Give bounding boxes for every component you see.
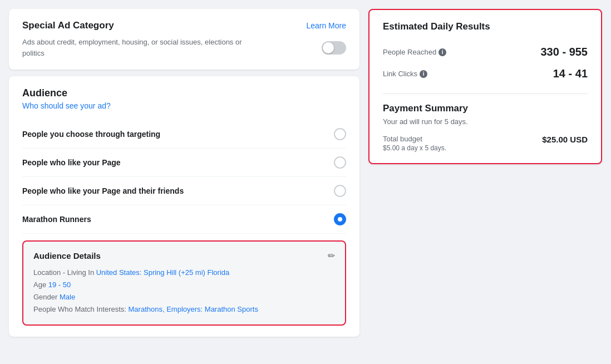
audience-detail-gender: Gender Male — [33, 291, 335, 303]
audience-option-0[interactable]: People you choose through targeting — [22, 120, 346, 149]
people-reached-row: People Reached i 330 - 955 — [383, 41, 588, 63]
audience-detail-location: Location - Living In United States: Spri… — [33, 267, 335, 279]
location-prefix: Location - Living In — [33, 268, 96, 277]
audience-details-title: Audience Details — [33, 251, 101, 260]
payment-breakdown: $5.00 a day x 5 days. — [383, 144, 446, 152]
audience-radio-1[interactable] — [334, 156, 346, 169]
people-reached-value: 330 - 955 — [540, 46, 588, 58]
age-prefix: Age — [33, 281, 48, 289]
total-budget-label: Total budget — [383, 135, 446, 143]
link-clicks-value: 14 - 41 — [553, 67, 588, 80]
special-ad-card: Special Ad Category Learn More Ads about… — [9, 9, 359, 70]
special-ad-toggle[interactable] — [322, 41, 346, 55]
audience-option-3-label: Marathon Runners — [22, 215, 91, 224]
right-panel: Estimated Daily Results People Reached i… — [368, 9, 602, 355]
people-reached-info-icon[interactable]: i — [438, 48, 446, 56]
left-panel: Special Ad Category Learn More Ads about… — [9, 9, 359, 355]
audience-subtitle: Who should see your ad? — [22, 101, 346, 110]
audience-detail-age: Age 19 - 50 — [33, 279, 335, 291]
audience-option-1[interactable]: People who like your Page — [22, 149, 346, 177]
edit-icon[interactable]: ✏ — [328, 250, 335, 261]
interests-prefix: People Who Match Interests: — [33, 305, 129, 313]
estimated-results-title: Estimated Daily Results — [383, 21, 588, 32]
estimated-results-card: Estimated Daily Results People Reached i… — [368, 9, 602, 164]
audience-option-1-label: People who like your Page — [22, 158, 121, 167]
special-ad-description: Ads about credit, employment, housing, o… — [22, 37, 256, 58]
audience-title: Audience — [22, 87, 346, 99]
gender-prefix: Gender — [33, 293, 60, 301]
divider — [383, 94, 588, 94]
link-clicks-info-icon[interactable]: i — [420, 70, 427, 78]
location-link: United States: Spring Hill (+25 mi) Flor… — [96, 268, 230, 277]
link-clicks-row: Link Clicks i 14 - 41 — [383, 63, 588, 85]
audience-option-0-label: People you choose through targeting — [22, 130, 160, 139]
special-ad-row: Ads about credit, employment, housing, o… — [22, 37, 346, 58]
link-clicks-label: Link Clicks i — [383, 70, 427, 78]
audience-radio-0[interactable] — [334, 128, 346, 140]
total-budget-value: $25.00 USD — [542, 135, 588, 144]
audience-option-3[interactable]: Marathon Runners — [22, 205, 346, 234]
toggle-slider — [322, 41, 346, 55]
special-ad-header: Special Ad Category Learn More — [22, 20, 346, 31]
audience-details-box: Audience Details ✏ Location - Living In … — [22, 240, 346, 326]
payment-label-group: Total budget $5.00 a day x 5 days. — [383, 135, 446, 152]
audience-details-header: Audience Details ✏ — [33, 250, 335, 261]
audience-option-2-label: People who like your Page and their frie… — [22, 186, 184, 195]
payment-subtitle: Your ad will run for 5 days. — [383, 117, 588, 126]
audience-detail-interests: People Who Match Interests: Marathons, E… — [33, 303, 335, 316]
payment-row: Total budget $5.00 a day x 5 days. $25.0… — [383, 135, 588, 152]
audience-radio-3[interactable] — [334, 213, 346, 225]
audience-card: Audience Who should see your ad? People … — [9, 76, 359, 337]
age-link: 19 - 50 — [48, 281, 71, 289]
audience-radio-2[interactable] — [334, 185, 346, 197]
payment-title: Payment Summary — [383, 103, 588, 114]
gender-link: Male — [60, 293, 75, 301]
audience-option-2[interactable]: People who like your Page and their frie… — [22, 177, 346, 205]
special-ad-title: Special Ad Category — [22, 20, 114, 31]
people-reached-label: People Reached i — [383, 48, 446, 56]
interests-link: Marathons, Employers: Marathon Sports — [129, 305, 258, 313]
learn-more-link[interactable]: Learn More — [306, 21, 346, 30]
